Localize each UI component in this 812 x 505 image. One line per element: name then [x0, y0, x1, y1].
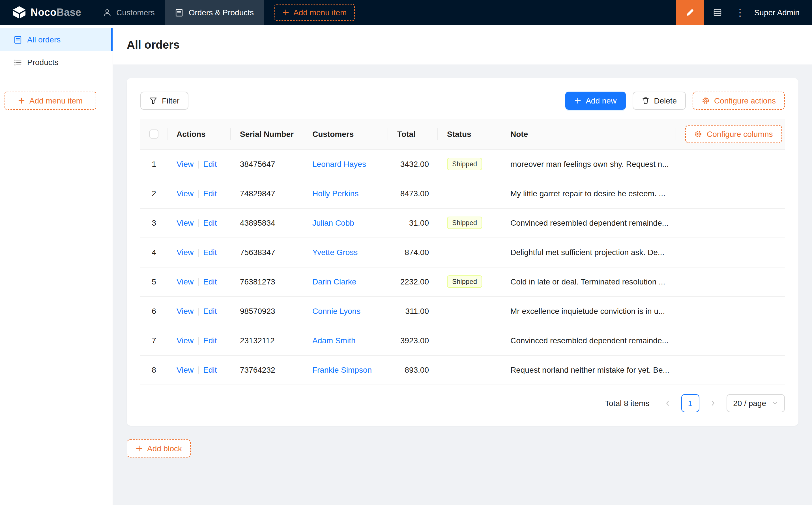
grid-menu-button[interactable]: [704, 0, 732, 25]
navbar-right: ⋮ Super Admin: [676, 0, 812, 25]
empty-cell: [676, 149, 785, 179]
view-link[interactable]: View: [176, 248, 193, 257]
column-header-note: Note: [501, 119, 676, 149]
customer-link[interactable]: Leonard Hayes: [312, 159, 366, 169]
status-cell: [438, 326, 501, 355]
orders-table-block: Filter Add new: [127, 78, 798, 426]
sidebar-item-label: All orders: [27, 35, 60, 44]
next-page-button[interactable]: [704, 394, 722, 412]
nav-tab-label: Customers: [116, 8, 154, 17]
navbar-add-menu-item-button[interactable]: Add menu item: [274, 4, 355, 21]
customer-link[interactable]: Frankie Simpson: [312, 365, 372, 374]
table-row: 4 ViewEdit 75638347 Yvette Gross 874.00 …: [140, 237, 785, 267]
empty-cell: [676, 267, 785, 296]
empty-cell: [676, 355, 785, 384]
status-cell: Shipped: [438, 267, 501, 296]
edit-link[interactable]: Edit: [203, 248, 217, 257]
add-block-button[interactable]: Add block: [127, 439, 191, 457]
filter-button[interactable]: Filter: [140, 92, 188, 110]
edit-link[interactable]: Edit: [203, 307, 217, 316]
edit-link[interactable]: Edit: [203, 218, 217, 227]
customer-link[interactable]: Darin Clarke: [312, 277, 357, 286]
divider: [198, 249, 198, 257]
view-link[interactable]: View: [176, 218, 193, 227]
empty-cell: [676, 208, 785, 237]
app-logo[interactable]: NocoBase: [0, 0, 93, 25]
nav-tab-orders-products[interactable]: Orders & Products: [165, 0, 264, 25]
order-total: 31.00: [388, 208, 438, 237]
customer-link[interactable]: Connie Lyons: [312, 307, 361, 316]
table-body: 1 ViewEdit 38475647 Leonard Hayes 3432.0…: [140, 149, 785, 384]
table-row: 7 ViewEdit 23132112 Adam Smith 3923.00 C…: [140, 326, 785, 355]
row-index: 6: [140, 296, 167, 326]
customer-cell: Darin Clarke: [303, 267, 388, 296]
sidebar: All orders Products Add menu item: [0, 25, 113, 505]
customer-link[interactable]: Yvette Gross: [312, 248, 358, 257]
column-header-customers: Customers: [303, 119, 388, 149]
column-header-actions: Actions: [167, 119, 231, 149]
order-total: 3923.00: [388, 326, 438, 355]
chevron-left-icon: [664, 399, 671, 406]
customer-link[interactable]: Adam Smith: [312, 336, 356, 345]
edit-link[interactable]: Edit: [203, 189, 217, 198]
row-index: 2: [140, 179, 167, 208]
top-navbar: NocoBase Customers Orders & Products: [0, 0, 812, 25]
view-link[interactable]: View: [176, 277, 193, 286]
column-header-status: Status: [438, 119, 501, 149]
customer-cell: Holly Perkins: [303, 179, 388, 208]
serial-number: 23132112: [231, 326, 303, 355]
order-note: Convinced resembled dependent remainde..…: [501, 208, 676, 237]
gear-icon: [694, 130, 702, 138]
filter-icon: [149, 97, 157, 105]
gear-icon: [702, 97, 709, 105]
pagination: Total 8 items 1: [140, 394, 785, 412]
empty-cell: [676, 237, 785, 267]
user-menu[interactable]: Super Admin: [749, 0, 812, 25]
edit-link[interactable]: Edit: [203, 336, 217, 345]
view-link[interactable]: View: [176, 336, 193, 345]
prev-page-button[interactable]: [658, 394, 676, 412]
customer-link[interactable]: Julian Cobb: [312, 218, 354, 227]
form-icon: [14, 35, 22, 44]
nav-tab-customers[interactable]: Customers: [93, 0, 165, 25]
sidebar-item-all-orders[interactable]: All orders: [0, 28, 113, 51]
configure-columns-button[interactable]: Configure columns: [685, 125, 782, 143]
serial-number: 43895834: [231, 208, 303, 237]
configure-actions-button[interactable]: Configure actions: [693, 92, 785, 110]
row-actions: ViewEdit: [167, 326, 231, 355]
view-link[interactable]: View: [176, 189, 193, 198]
page-1-button[interactable]: 1: [681, 394, 699, 412]
row-index: 5: [140, 267, 167, 296]
view-link[interactable]: View: [176, 159, 193, 169]
main-area: All orders Filter: [113, 25, 812, 505]
row-actions: ViewEdit: [167, 267, 231, 296]
customer-link[interactable]: Holly Perkins: [312, 189, 359, 198]
order-note: Convinced resembled dependent remainde..…: [501, 326, 676, 355]
view-link[interactable]: View: [176, 307, 193, 316]
edit-link[interactable]: Edit: [203, 159, 217, 169]
empty-cell: [676, 326, 785, 355]
page-size-select[interactable]: 20 / page: [726, 394, 785, 412]
ui-editor-button[interactable]: [676, 0, 704, 25]
status-badge: Shipped: [447, 158, 482, 170]
add-new-button[interactable]: Add new: [565, 92, 626, 110]
status-badge: Shipped: [447, 276, 482, 288]
column-header-serial-number: Serial Number: [231, 119, 303, 149]
view-link[interactable]: View: [176, 365, 193, 374]
sidebar-add-menu-item-button[interactable]: Add menu item: [5, 92, 96, 110]
order-total: 874.00: [388, 237, 438, 267]
order-total: 893.00: [388, 355, 438, 384]
status-cell: [438, 237, 501, 267]
edit-link[interactable]: Edit: [203, 277, 217, 286]
divider: [198, 337, 198, 345]
customer-cell: Adam Smith: [303, 326, 388, 355]
edit-link[interactable]: Edit: [203, 365, 217, 374]
select-all-checkbox[interactable]: [149, 130, 158, 139]
sidebar-item-products[interactable]: Products: [0, 51, 113, 73]
app: NocoBase Customers Orders & Products: [0, 0, 812, 505]
customer-cell: Frankie Simpson: [303, 355, 388, 384]
order-note: Delightful met sufficient projection ask…: [501, 237, 676, 267]
delete-button[interactable]: Delete: [632, 92, 686, 110]
more-menu-button[interactable]: ⋮: [732, 0, 749, 25]
serial-number: 76381273: [231, 267, 303, 296]
